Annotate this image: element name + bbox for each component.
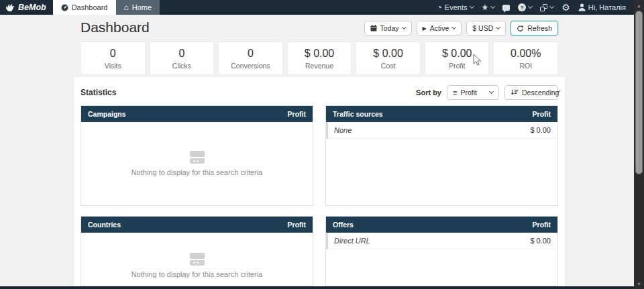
chevron-down-icon (528, 4, 533, 9)
bemob-logo-icon (5, 3, 15, 12)
user-menu[interactable]: Hi, Наталія (578, 3, 626, 11)
scroll-up-button[interactable]: ▲ (634, 1, 644, 10)
top-navbar: BeMob Dashboard ⌂ Home ◔ Events ★ ? (0, 0, 644, 15)
panel-metric: Profit (533, 221, 551, 229)
scroll-down-button[interactable]: ▼ (634, 279, 644, 288)
panel-countries-body: Nothing to display for this search crite… (81, 233, 313, 286)
currency-label: $ USD (472, 24, 493, 32)
row-name: None (334, 126, 352, 134)
row-value: $ 0.00 (530, 237, 551, 245)
stat-label: Clicks (172, 62, 191, 70)
help-icon: ? (518, 3, 526, 11)
status-filter-button[interactable]: ▶ Active (417, 21, 462, 36)
user-greeting: Hi, Наталія (588, 3, 626, 11)
empty-state: Nothing to display for this search crite… (81, 122, 313, 205)
stat-value: 0.00% (511, 47, 541, 60)
stat-value: 0 (178, 47, 184, 60)
home-icon: ⌂ (124, 3, 129, 12)
logo-text: BeMob (18, 3, 46, 12)
stats-summary-row: 0 Visits 0 Clicks 0 Conversions $ 0.00 R… (80, 42, 558, 75)
refresh-label: Refresh (527, 24, 552, 32)
help-menu[interactable]: ? (518, 3, 532, 11)
dashboard-gauge-icon (61, 4, 68, 11)
table-row[interactable]: None $ 0.00 (326, 122, 557, 139)
sort-order-value: Descending (522, 89, 559, 97)
panel-campaigns-body: Nothing to display for this search crite… (81, 122, 313, 205)
scrollbar-thumb[interactable] (635, 11, 643, 174)
stat-card-visits[interactable]: 0 Visits (80, 42, 146, 75)
stat-card-cost[interactable]: $ 0.00 Cost (356, 42, 421, 75)
window-bottom-edge (0, 286, 644, 289)
events-menu[interactable]: ◔ Events (437, 3, 474, 12)
table-row[interactable]: Direct URL $ 0.00 (326, 233, 557, 249)
user-icon (578, 3, 586, 11)
stat-card-conversions[interactable]: 0 Conversions (218, 42, 283, 75)
panel-traffic-sources: Traffic sources Profit None $ 0.00 (325, 105, 558, 206)
stat-card-roi[interactable]: 0.00% ROI (493, 42, 558, 75)
stat-value: $ 0.00 (442, 47, 472, 60)
empty-state-text: Nothing to display for this search crite… (131, 168, 263, 176)
stat-value: 0 (110, 47, 116, 60)
dashboard-toolbar: Today ▶ Active $ USD Refresh (364, 21, 558, 36)
chevron-down-icon (489, 89, 494, 94)
stat-value: 0 (248, 47, 254, 60)
sort-controls: Sort by ≡ Profit Descendin (416, 85, 558, 100)
panel-offers-body: Direct URL $ 0.00 (326, 233, 557, 286)
stat-label: Profit (449, 62, 466, 70)
settings-button[interactable]: ⚙ (561, 2, 570, 13)
gear-icon: ⚙ (561, 2, 570, 13)
sort-by-label: Sort by (416, 89, 441, 97)
events-icon: ◔ (437, 3, 442, 12)
bemob-logo[interactable]: BeMob (0, 0, 53, 15)
chat-button[interactable] (502, 5, 510, 11)
empty-state: Nothing to display for this search crite… (81, 233, 313, 286)
sort-field-value: Profit (460, 89, 477, 97)
date-range-button[interactable]: Today (364, 21, 412, 36)
page-scrollbar[interactable]: ▲ ▼ (634, 0, 644, 289)
statistics-heading: Statistics (80, 88, 116, 97)
panel-traffic-sources-header: Traffic sources Profit (326, 106, 557, 122)
panel-metric: Profit (288, 221, 306, 229)
panel-campaigns-header: Campaigns Profit (81, 106, 313, 122)
calendar-icon (370, 25, 377, 32)
stat-label: Cost (381, 62, 396, 70)
copy-icon (540, 4, 547, 11)
stat-card-revenue[interactable]: $ 0.00 Revenue (287, 42, 352, 75)
stat-card-clicks[interactable]: 0 Clicks (150, 42, 215, 75)
panel-countries: Countries Profit Nothing to display for … (80, 216, 313, 286)
row-value: $ 0.00 (530, 126, 551, 134)
page-title: Dashboard (80, 19, 150, 36)
tab-home[interactable]: ⌂ Home (116, 0, 160, 15)
stat-card-profit[interactable]: $ 0.00 Profit (425, 42, 490, 75)
events-label: Events (445, 3, 468, 11)
refresh-button[interactable]: Refresh (511, 21, 558, 36)
date-range-label: Today (380, 24, 399, 32)
panel-title: Traffic sources (333, 110, 383, 118)
navbar-right-menu: ◔ Events ★ ? ⚙ Hi, Наталія (437, 0, 626, 15)
panel-offers: Offers Profit Direct URL $ 0.00 (325, 216, 558, 286)
currency-button[interactable]: $ USD (466, 21, 506, 36)
panel-campaigns: Campaigns Profit Nothing to display for … (80, 105, 313, 206)
empty-state-text: Nothing to display for this search crite… (131, 270, 263, 278)
chevron-down-icon (549, 4, 554, 9)
sort-order-dropdown[interactable]: Descending (504, 85, 558, 100)
tab-dashboard[interactable]: Dashboard (53, 0, 116, 15)
chevron-down-icon (490, 4, 495, 9)
panel-metric: Profit (533, 110, 551, 118)
panel-metric: Profit (288, 110, 306, 118)
panel-title: Campaigns (88, 110, 126, 118)
tab-dashboard-label: Dashboard (72, 3, 108, 11)
chevron-down-icon (558, 90, 561, 93)
stat-value: $ 0.00 (305, 47, 334, 60)
statistics-section: Statistics Sort by ≡ Profit (74, 77, 565, 289)
sort-field-dropdown[interactable]: ≡ Profit (447, 85, 499, 100)
chevron-down-icon (496, 25, 500, 30)
panel-title: Offers (333, 221, 354, 229)
play-icon: ▶ (423, 25, 427, 32)
status-filter-label: Active (430, 24, 449, 32)
stat-label: Revenue (305, 62, 333, 70)
star-icon: ★ (482, 3, 489, 12)
stat-label: Conversions (231, 62, 270, 70)
windows-menu[interactable] (540, 4, 553, 11)
favorites-menu[interactable]: ★ (482, 3, 495, 12)
